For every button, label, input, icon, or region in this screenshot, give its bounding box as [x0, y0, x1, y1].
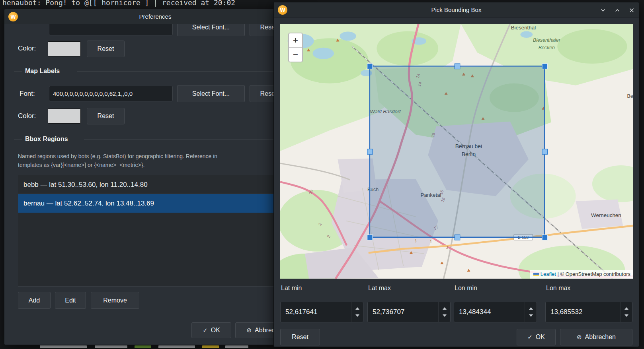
- map-label-edge: Be: [627, 93, 633, 99]
- ok-button[interactable]: ✓ OK: [517, 329, 556, 345]
- reset-button[interactable]: Reset: [280, 329, 320, 345]
- groupbox-line: [77, 71, 298, 72]
- bbox-handle[interactable]: [455, 64, 460, 69]
- select-font-button[interactable]: Select Font...: [177, 85, 245, 102]
- spin-up-button[interactable]: [355, 307, 359, 310]
- zoom-control: + −: [288, 33, 303, 62]
- groupbox-line: [14, 139, 22, 140]
- cancel-icon: ⊘: [247, 327, 252, 334]
- labels-color-swatch-button[interactable]: [48, 109, 81, 124]
- app-logo-icon: W: [8, 12, 18, 21]
- preferences-window-title: Preferences: [4, 9, 306, 24]
- groupbox-line: [84, 139, 298, 140]
- bbox-handle[interactable]: [542, 149, 547, 154]
- map-svg: Biesenthal Biesenthaler Becken Wald Basd…: [280, 24, 633, 279]
- groupbox-line: [14, 71, 22, 72]
- map-labels-group-title: Map Labels: [25, 68, 60, 75]
- pick-titlebar[interactable]: W Pick Bounding Box: [274, 2, 639, 17]
- terminal-text-fragment: [225, 345, 248, 348]
- preferences-body: Select Font... Reset Color: Reset Map La…: [4, 24, 306, 345]
- spin-up-button[interactable]: [624, 307, 628, 310]
- spin-up-button[interactable]: [443, 307, 447, 310]
- minimize-button[interactable]: [599, 7, 607, 14]
- pick-window-title: Pick Bounding Box: [274, 2, 639, 17]
- lon-max-spinbox[interactable]: 13,685532: [545, 302, 632, 322]
- spin-down-button[interactable]: [624, 314, 628, 317]
- bbox-handle[interactable]: [367, 64, 373, 69]
- close-button[interactable]: [627, 7, 636, 14]
- labels-color-label: Color:: [18, 112, 36, 120]
- terminal-text-fragment: [202, 345, 219, 348]
- preferences-window: W Preferences Select Font... Reset Color…: [4, 9, 306, 345]
- bbox-handle[interactable]: [367, 235, 373, 240]
- chevron-down-icon: [600, 7, 606, 14]
- spin-up-button[interactable]: [529, 307, 533, 310]
- lon-min-label: Lon min: [455, 285, 477, 292]
- chevron-up-icon: [614, 7, 621, 14]
- edit-button[interactable]: Edit: [55, 292, 86, 309]
- bbox-rectangle[interactable]: [370, 66, 544, 237]
- leaflet-link[interactable]: Leaflet: [541, 271, 556, 277]
- terminal-output-line: henaubot: Pong! to @[[ hornicore ] | rec…: [2, 0, 235, 7]
- check-icon: ✓: [527, 333, 533, 341]
- cancel-button[interactable]: ⊘ Abbrechen: [560, 329, 632, 345]
- lat-max-spinbox[interactable]: 52,736707: [367, 302, 451, 322]
- bbox-regions-group-title: Bbox Regions: [25, 136, 68, 143]
- terminal-text-fragment: [135, 345, 151, 348]
- road-ref: 1: [430, 240, 432, 244]
- bbox-handle[interactable]: [455, 235, 460, 240]
- spin-buttons[interactable]: [438, 302, 450, 322]
- bbox-regions-description-line1: Named regions used by bots (e.g. StatsBo…: [18, 153, 217, 159]
- bbox-handle[interactable]: [367, 149, 373, 154]
- zoom-out-button[interactable]: −: [289, 48, 302, 62]
- preferences-titlebar[interactable]: W Preferences: [4, 9, 306, 24]
- app-logo-icon: W: [278, 5, 287, 15]
- spin-down-button[interactable]: [355, 314, 359, 317]
- terminal-text-fragment: [95, 345, 127, 348]
- cancel-icon: ⊘: [577, 333, 582, 341]
- terminal-text-fragment: [40, 345, 87, 348]
- lat-min-spinbox[interactable]: 52,617641: [280, 302, 363, 322]
- font-string-input[interactable]: 400,0,0,0,0,0,0,0,0,0,62,1,,0,0: [49, 86, 173, 101]
- maximize-button[interactable]: [613, 7, 622, 14]
- bbox-regions-list[interactable]: bebb — lat 51.30..53.60, lon 11.20..14.8…: [18, 175, 301, 287]
- bbox-handle[interactable]: [542, 235, 547, 240]
- spin-down-button[interactable]: [443, 314, 447, 317]
- map-label-biesenthaler-becken: Becken: [539, 45, 555, 50]
- lat-min-label: Lat min: [281, 285, 302, 292]
- lon-max-label: Lon max: [546, 285, 570, 292]
- osm-attribution-text: | © OpenStreetMap contributors: [558, 271, 631, 277]
- zoom-in-button[interactable]: +: [289, 33, 302, 47]
- pick-body: Biesenthal Biesenthaler Becken Wald Basd…: [274, 17, 639, 347]
- font-label: Font:: [20, 90, 35, 98]
- ukraine-flag-icon: [533, 273, 539, 276]
- ok-button[interactable]: ✓ OK: [191, 322, 231, 338]
- bbox-regions-description-line2: templates as {var}[<name>] or {<name>_<m…: [18, 162, 144, 168]
- labels-color-reset-button[interactable]: Reset: [87, 108, 125, 124]
- list-item-selected[interactable]: bernau — lat 52.62..52.74, lon 13.48..13…: [18, 194, 300, 213]
- add-button[interactable]: Add: [18, 292, 51, 309]
- lon-min-spinbox[interactable]: 13,484344: [454, 302, 537, 322]
- map-label-werneuchen: Werneuchen: [591, 212, 621, 218]
- spin-buttons[interactable]: [620, 302, 632, 322]
- map-attribution: Leaflet | © OpenStreetMap contributors: [530, 270, 633, 279]
- map-label-biesenthal: Biesenthal: [511, 25, 536, 31]
- color-reset-button[interactable]: Reset: [87, 41, 125, 57]
- font-string-input-clipped[interactable]: [49, 24, 173, 35]
- remove-button[interactable]: Remove: [91, 292, 139, 309]
- spin-buttons[interactable]: [525, 302, 537, 322]
- color-swatch-button[interactable]: [48, 41, 81, 56]
- terminal-text-fragment: [158, 345, 195, 348]
- spin-down-button[interactable]: [529, 314, 533, 317]
- check-icon: ✓: [203, 327, 208, 334]
- spin-buttons[interactable]: [351, 302, 363, 322]
- lat-max-label: Lat max: [368, 285, 391, 292]
- map[interactable]: Biesenthal Biesenthaler Becken Wald Basd…: [280, 24, 633, 279]
- pick-bounding-box-window: W Pick Bounding Box: [273, 2, 639, 347]
- map-label-biesenthaler-becken: Biesenthaler: [533, 37, 561, 43]
- desktop: henaubot: Pong! to @[[ hornicore ] | rec…: [0, 0, 644, 349]
- bbox-handle[interactable]: [542, 64, 547, 69]
- close-icon: [628, 7, 635, 14]
- list-item[interactable]: bebb — lat 51.30..53.60, lon 11.20..14.8…: [18, 175, 300, 194]
- select-font-button-clipped[interactable]: Select Font...: [177, 24, 245, 36]
